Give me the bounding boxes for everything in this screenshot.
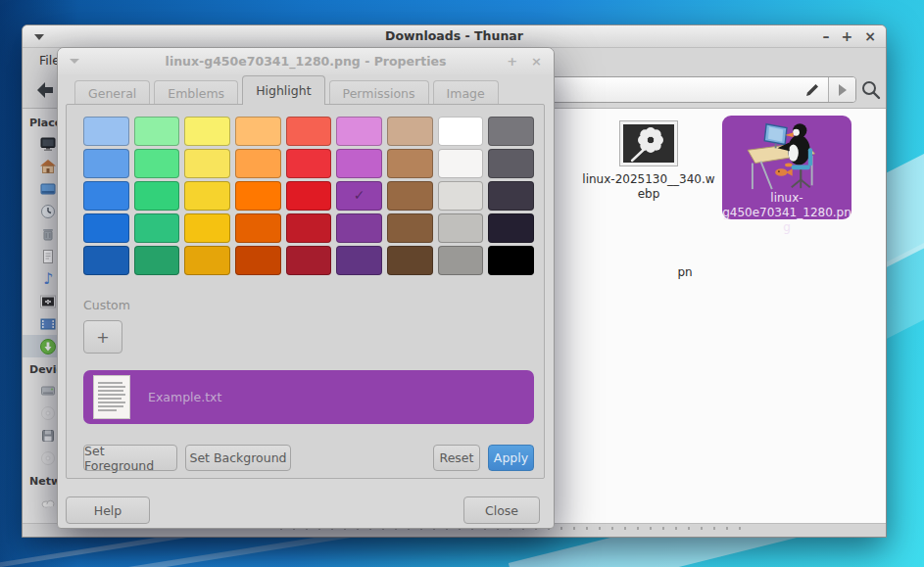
color-swatch[interactable] — [387, 117, 433, 146]
color-swatch[interactable] — [134, 149, 180, 178]
color-swatch[interactable] — [184, 149, 230, 178]
color-swatch[interactable] — [235, 246, 281, 275]
color-swatch[interactable] — [286, 213, 332, 243]
tab-emblems[interactable]: Emblems — [154, 80, 238, 105]
cloud-icon — [39, 494, 57, 511]
broken-image-icon — [619, 120, 678, 166]
color-swatch[interactable] — [387, 149, 433, 178]
color-swatch[interactable] — [438, 246, 484, 275]
cd-icon — [39, 449, 57, 467]
color-swatch[interactable] — [184, 117, 230, 146]
home-icon — [39, 158, 57, 175]
back-button[interactable] — [32, 78, 58, 102]
search-button[interactable] — [858, 77, 884, 103]
color-swatch[interactable] — [286, 246, 332, 275]
color-swatch-selected[interactable]: ✓ — [336, 181, 382, 211]
color-swatch[interactable] — [387, 213, 433, 243]
color-swatch[interactable] — [286, 181, 332, 211]
tux-thumbnail — [740, 118, 834, 191]
clock-icon — [39, 203, 57, 220]
back-icon — [35, 81, 55, 99]
check-icon: ✓ — [336, 187, 382, 203]
color-swatch[interactable] — [83, 181, 129, 211]
color-swatch[interactable] — [438, 117, 484, 146]
tab-image[interactable]: Image — [433, 80, 499, 105]
color-swatch[interactable] — [235, 213, 281, 243]
tab-strip: General Emblems Highlight Permissions Im… — [74, 74, 499, 105]
file-label: linux-2025130__340.webp — [582, 172, 715, 202]
tab-general[interactable]: General — [74, 80, 150, 105]
dialog-title: linux-g450e70341_1280.png - Properties — [58, 54, 554, 69]
floppy-icon — [39, 427, 57, 445]
window-titlebar[interactable]: Downloads - Thunar – + × — [23, 25, 886, 48]
color-swatch[interactable] — [438, 181, 484, 211]
color-swatch[interactable] — [235, 181, 281, 211]
file-item-webp[interactable]: linux-2025130__340.webp — [582, 120, 715, 202]
color-swatch[interactable] — [235, 117, 281, 146]
color-swatch[interactable] — [286, 149, 332, 178]
color-swatch[interactable] — [83, 149, 129, 178]
tab-permissions[interactable]: Permissions — [329, 80, 429, 105]
pencil-icon — [804, 82, 820, 98]
maximize-button[interactable]: + — [842, 25, 853, 48]
properties-dialog: linux-g450e70341_1280.png - Properties +… — [57, 47, 555, 529]
color-swatch[interactable] — [184, 246, 230, 275]
dialog-maximize-button[interactable]: + — [507, 54, 517, 69]
music-note-icon: ♪ — [39, 270, 57, 288]
set-background-button[interactable]: Set Background — [185, 445, 291, 471]
apply-button[interactable]: Apply — [488, 445, 534, 471]
computer-icon — [39, 135, 57, 153]
color-swatch[interactable] — [134, 213, 180, 243]
help-button[interactable]: Help — [66, 496, 150, 524]
color-swatch[interactable] — [184, 213, 230, 243]
trash-icon — [39, 225, 57, 243]
close-button[interactable]: × — [864, 25, 876, 48]
document-icon — [39, 248, 57, 265]
color-swatch[interactable] — [387, 181, 433, 211]
dialog-close-icon-button[interactable]: × — [531, 54, 542, 69]
color-swatch[interactable] — [336, 246, 382, 275]
window-title: Downloads - Thunar — [23, 28, 886, 43]
color-swatch[interactable] — [286, 117, 332, 146]
color-swatch[interactable] — [184, 181, 230, 211]
color-swatch[interactable] — [336, 117, 382, 146]
color-swatch[interactable] — [83, 246, 129, 275]
file-label: linux-g450e70341_1280.png — [722, 191, 851, 235]
color-swatch[interactable] — [438, 149, 484, 178]
file-item-partial[interactable]: pn — [672, 265, 698, 280]
close-button[interactable]: Close — [463, 496, 540, 524]
tab-highlight[interactable]: Highlight — [242, 75, 324, 105]
color-swatch[interactable] — [488, 181, 534, 211]
pathbar-arrow-button[interactable] — [828, 77, 855, 102]
search-icon — [860, 79, 882, 101]
add-custom-color-button[interactable]: + — [83, 320, 122, 354]
edit-location-button[interactable] — [797, 77, 828, 102]
color-swatch[interactable] — [134, 246, 180, 275]
dialog-titlebar[interactable]: linux-g450e70341_1280.png - Properties +… — [58, 48, 554, 74]
color-swatch[interactable] — [134, 117, 180, 146]
color-swatch[interactable] — [83, 117, 129, 146]
custom-section-label: Custom — [83, 298, 130, 312]
highlight-tab-page: ✓ Custom + Example.txt Set Foreground Se… — [66, 104, 545, 479]
reset-button[interactable]: Reset — [433, 445, 480, 471]
color-swatch[interactable] — [83, 213, 129, 243]
file-item-png-selected[interactable]: linux-g450e70341_1280.png — [722, 116, 851, 219]
color-swatch[interactable] — [134, 181, 180, 211]
set-foreground-button[interactable]: Set Foreground — [83, 445, 177, 471]
color-swatch[interactable] — [488, 213, 534, 243]
color-swatch[interactable] — [387, 246, 433, 275]
harddisk-icon — [39, 382, 57, 400]
color-swatch[interactable] — [235, 149, 281, 178]
color-swatch[interactable] — [488, 149, 534, 178]
desktop-icon — [39, 180, 57, 198]
minimize-button[interactable]: – — [823, 25, 830, 48]
color-swatch[interactable] — [488, 117, 534, 146]
color-swatch[interactable] — [488, 246, 534, 275]
picture-icon — [39, 293, 57, 310]
color-swatch[interactable] — [336, 213, 382, 243]
color-swatch[interactable] — [336, 149, 382, 178]
film-icon — [39, 315, 57, 333]
play-icon — [839, 84, 847, 96]
cd-icon — [39, 404, 57, 422]
color-swatch[interactable] — [438, 213, 484, 243]
